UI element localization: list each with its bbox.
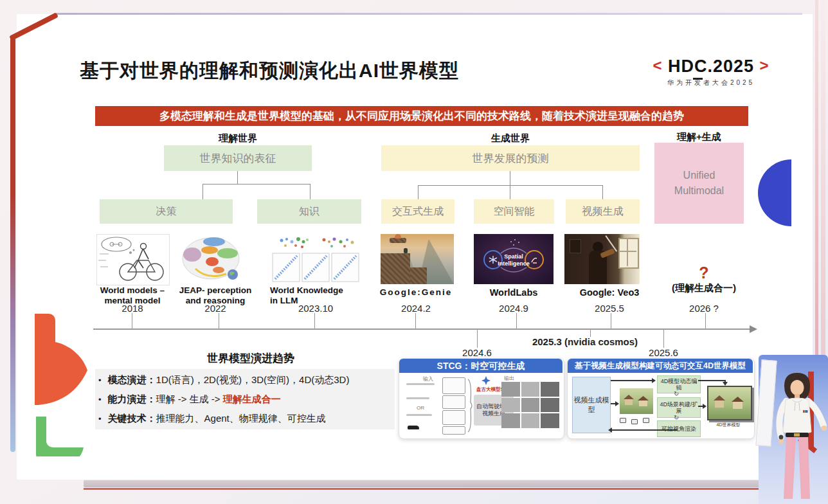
milestone-date: 2024.2 xyxy=(376,303,456,314)
node-world-prediction: 世界发展的预测 xyxy=(381,145,640,171)
arrow-line xyxy=(698,380,725,381)
node-label: Multimodal xyxy=(674,183,724,199)
node-label: 空间智能 xyxy=(494,205,535,219)
node-label: 知识 xyxy=(299,205,320,219)
box-label: 4D场景构建/扩展 xyxy=(658,401,699,414)
node-knowledge: 知识 xyxy=(257,199,361,224)
logo-subtitle: 华为开发者大会2025 xyxy=(648,78,774,87)
tree-connector xyxy=(203,184,310,184)
driving-clip-thumbnail xyxy=(541,398,559,413)
tree-connector xyxy=(418,185,419,199)
driving-clip-thumbnail xyxy=(501,382,520,397)
bullet-dot: • xyxy=(98,395,102,404)
left-frame-line xyxy=(10,37,15,452)
timeline-tick xyxy=(314,313,315,328)
box-label: 4D模型动态编辑 xyxy=(658,378,699,391)
4d-world-model-image xyxy=(707,386,752,420)
node-video-generation: 视频生成 xyxy=(566,199,640,224)
section-header-generate: 生成世界 xyxy=(381,132,640,145)
arrow-head xyxy=(652,378,656,383)
bullet-highlight: 理解生成合一 xyxy=(223,393,281,404)
loop-icon: ↻ xyxy=(674,390,679,397)
logo-left-bracket: < xyxy=(652,57,662,74)
tree-connector xyxy=(310,184,310,199)
stcg-camera-pose-box xyxy=(442,426,465,435)
node-world-knowledge-representation: 世界知识的表征 xyxy=(164,145,312,171)
milestone-date: 2025.5 xyxy=(564,303,654,314)
section-header-understand: 理解世界 xyxy=(164,132,312,145)
driving-clip-thumbnail xyxy=(541,413,559,428)
trend-bullet-modality: •模态演进：1D(语言)，2D(视觉)，3D(空间)，4D(动态3D) xyxy=(98,374,393,386)
timeline-label-2025-6: 2025.6 xyxy=(638,347,689,358)
stcg-output-grid xyxy=(501,382,559,428)
stcg-output-label: 输出 xyxy=(504,375,514,382)
bullet-label: 能力演进： xyxy=(108,393,156,404)
trend-bullet-key-tech: •关键技术：推理能力、Agent、物理规律、可控生成 xyxy=(98,413,393,425)
driving-clip-thumbnail xyxy=(521,398,540,413)
arrow-line xyxy=(612,429,678,431)
timeline-tick xyxy=(132,313,132,328)
worldlabs-text-line2: Intelligence xyxy=(498,260,530,267)
worldlabs-text-line1: Spatial xyxy=(504,253,523,260)
milestone-date: 2026 ? xyxy=(662,303,746,314)
stcg-prompt-box xyxy=(442,377,465,394)
google-genie-game-image xyxy=(381,234,454,284)
bullet-dot: • xyxy=(98,414,102,424)
node-interactive-generation: 交互式生成 xyxy=(381,199,455,224)
timeline-axis xyxy=(93,328,751,330)
timeline-arrowhead xyxy=(750,325,757,333)
worldlabs-spatial-intelligence-image: Spatial Intelligence xyxy=(474,234,554,284)
timeline-label-2024-6: 2024.6 xyxy=(451,347,503,358)
video-gen-model-box: 视频生成模型 xyxy=(572,377,611,433)
arrow-head xyxy=(703,404,706,409)
driving-clip-thumbnail xyxy=(501,398,520,413)
tree-connector xyxy=(510,185,510,199)
node-label: Unified xyxy=(683,168,716,183)
node-label: 世界知识的表征 xyxy=(200,151,276,166)
mental-model-bicycle-image xyxy=(96,234,170,285)
orange-abstract-shape xyxy=(26,309,96,456)
node-unified-multimodal: Unified Multimodal xyxy=(654,143,744,224)
presenter-avatar xyxy=(769,370,827,504)
node-label: 世界发展的预测 xyxy=(473,151,549,166)
box-label: 可控视角渲染 xyxy=(662,426,696,432)
pangu-model-icon xyxy=(481,375,491,386)
panel-4d-header: 基于视频生成模型构建可动态可交互4D世界模型 xyxy=(568,359,753,373)
slide-canvas: 基于对世界的理解和预测演化出AI世界模型 < HDC.2025 > 华为开发者大… xyxy=(0,0,828,504)
timeline-label-cosmos: 2025.3 (nvidia cosmos) xyxy=(518,336,652,347)
bullet-text: 1D(语言)，2D(视觉)，3D(空间)，4D(动态3D) xyxy=(156,374,350,385)
camera-icon xyxy=(620,418,626,423)
timeline-tick xyxy=(516,313,517,328)
arrow-line xyxy=(611,380,652,381)
logo-text: HDC.2025 xyxy=(668,57,754,76)
driving-clip-thumbnail xyxy=(521,413,540,428)
timeline-tick xyxy=(611,313,611,328)
node-decision: 决策 xyxy=(100,199,233,224)
bottom-divider-bar xyxy=(84,480,794,487)
question-mark: ? xyxy=(662,264,746,282)
driving-clip-thumbnail xyxy=(501,413,520,428)
timeline-tick xyxy=(219,313,219,328)
node-label: 交互式生成 xyxy=(392,205,444,219)
google-veo3-violinist-image xyxy=(564,234,640,284)
top-frame-line xyxy=(57,13,802,15)
bullet-text: 推理能力、Agent、物理规律、可控生成 xyxy=(156,413,326,424)
driving-clip-thumbnail xyxy=(541,382,559,397)
tree-connector xyxy=(203,184,203,199)
stcg-input-label: 输入 xyxy=(423,375,433,382)
video-gen-model-label: 视频生成模型 xyxy=(573,395,610,415)
timeline-tick xyxy=(663,330,664,348)
stcg-layout-box xyxy=(442,395,465,409)
bottom-red-line xyxy=(84,488,794,490)
milestone-label: Google: Veo3 xyxy=(564,287,654,298)
milestone-label: WorldLabs xyxy=(474,287,554,298)
jeap-brain-diagram-image xyxy=(179,234,246,284)
milestone-label: Google:Genie xyxy=(376,287,456,298)
bullet-label: 关键技术： xyxy=(108,413,156,424)
arrow-head xyxy=(615,401,619,406)
timeline-tick xyxy=(477,330,478,348)
stcg-bev-box xyxy=(442,410,465,425)
timeline-tick xyxy=(415,313,416,328)
timeline-tick xyxy=(705,313,706,328)
tree-connector xyxy=(510,171,510,185)
